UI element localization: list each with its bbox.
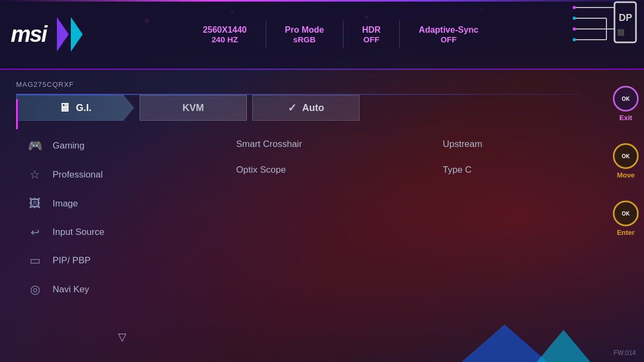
circuit-svg: DP ⬛ [564, 0, 639, 61]
dp-icon-container: DP ⬛ [580, 8, 633, 61]
auto-label: Auto [302, 102, 324, 114]
svg-point-9 [573, 6, 576, 9]
sidebar-item-input-source[interactable]: ↩ Input Source [16, 218, 220, 246]
svg-text:DP: DP [619, 12, 632, 23]
resolution-label: 2560X1440 [203, 25, 247, 35]
top-bar: msi 2560X1440 240 HZ Pro Mode sRGB HDR O… [0, 0, 644, 70]
active-item-border [16, 99, 18, 129]
input-source-icon: ↩ [27, 226, 43, 239]
model-name: MAG275CQRXF [16, 80, 633, 88]
resolution-hz: 240 HZ [211, 35, 238, 44]
adaptive-label: Adaptive-Sync [419, 25, 478, 35]
fw-version: FW:014 [613, 349, 636, 357]
type-c-item[interactable]: Type C [427, 157, 633, 183]
move-button[interactable]: OK Move [613, 143, 639, 179]
svg-point-10 [573, 17, 576, 20]
content-grid: 🎮 Gaming ☆ Professional 🖼 Image ↩ Input … [16, 131, 633, 304]
exit-circle: OK [613, 86, 639, 112]
logo-arrow-cyan [71, 17, 83, 51]
enter-circle: OK [613, 201, 639, 226]
move-circle: OK [613, 143, 639, 169]
hdr-sub: OFF [363, 35, 379, 44]
gaming-icon: 🎮 [27, 139, 43, 153]
optix-scope-item[interactable]: Optix Scope [220, 157, 427, 183]
enter-ok: OK [622, 211, 630, 217]
promode-label: Pro Mode [285, 25, 324, 35]
professional-label: Professional [53, 169, 103, 180]
smart-crosshair-item[interactable]: Smart Crosshair [220, 131, 427, 157]
adaptive-sub: OFF [441, 35, 457, 44]
nav-row: 🖥 G.I. KVM ✓ Auto [16, 95, 633, 121]
auto-checkmark: ✓ [288, 101, 297, 114]
stat-adaptive: Adaptive-Sync OFF [400, 20, 497, 48]
top-accent-line [0, 0, 644, 2]
navi-key-icon: ◎ [27, 283, 43, 297]
image-icon: 🖼 [27, 197, 43, 211]
nav-kvm[interactable]: KVM [140, 95, 247, 121]
image-label: Image [53, 198, 78, 209]
sidebar-item-professional[interactable]: ☆ Professional [16, 160, 220, 189]
input-source-label: Input Source [53, 227, 104, 238]
nav-auto[interactable]: ✓ Auto [252, 95, 360, 121]
move-ok: OK [622, 153, 630, 159]
svg-point-12 [573, 38, 576, 41]
top-stats-area: 2560X1440 240 HZ Pro Mode sRGB HDR OFF A… [101, 20, 580, 48]
enter-button[interactable]: OK Enter [613, 201, 639, 237]
pip-pbp-label: PIP/ PBP [53, 255, 91, 266]
enter-label: Enter [617, 228, 634, 237]
stat-hdr: HDR OFF [343, 20, 400, 48]
upstream-item[interactable]: Upstream [427, 131, 633, 157]
svg-point-11 [573, 27, 576, 31]
stat-resolution: 2560X1440 240 HZ [184, 20, 266, 48]
navi-key-label: Navi Key [53, 284, 89, 295]
nav-gi[interactable]: 🖥 G.I. [16, 95, 134, 121]
right-section-bottom: Optix Scope Type C [220, 157, 633, 183]
msi-logo-area: msi [11, 17, 93, 51]
gaming-label: Gaming [53, 141, 85, 151]
sidebar-item-gaming[interactable]: 🎮 Gaming [16, 131, 220, 160]
nav-controls: OK Exit OK Move OK Enter [613, 86, 639, 237]
pip-pbp-icon: ▭ [27, 254, 43, 268]
promode-sub: sRGB [293, 35, 316, 44]
sidebar-item-pip-pbp[interactable]: ▭ PIP/ PBP [16, 246, 220, 275]
kvm-label: KVM [182, 102, 204, 114]
main-content: MAG275CQRXF 🖥 G.I. KVM ✓ Auto 🎮 Gaming ☆… [0, 70, 644, 362]
top-divider [0, 69, 644, 70]
scroll-down-arrow[interactable]: ▽ [118, 330, 126, 343]
sidebar-item-image[interactable]: 🖼 Image [16, 189, 220, 218]
exit-button[interactable]: OK Exit [613, 86, 639, 122]
right-section-top: Smart Crosshair Upstream [220, 131, 633, 157]
right-panel: Smart Crosshair Upstream Optix Scope Typ… [220, 131, 633, 304]
sidebar: 🎮 Gaming ☆ Professional 🖼 Image ↩ Input … [16, 131, 220, 304]
msi-logo: msi [11, 21, 46, 47]
exit-ok: OK [622, 96, 630, 102]
hdr-label: HDR [362, 25, 381, 35]
sidebar-item-navi-key[interactable]: ◎ Navi Key [16, 275, 220, 304]
model-line [16, 94, 580, 95]
svg-text:⬛: ⬛ [617, 28, 625, 36]
professional-icon: ☆ [27, 168, 43, 182]
logo-arrow-purple [57, 17, 69, 51]
gi-icon: 🖥 [58, 101, 70, 115]
exit-label: Exit [619, 114, 632, 122]
stat-promode: Pro Mode sRGB [266, 20, 343, 48]
move-label: Move [617, 171, 634, 179]
gi-label: G.I. [76, 102, 91, 114]
